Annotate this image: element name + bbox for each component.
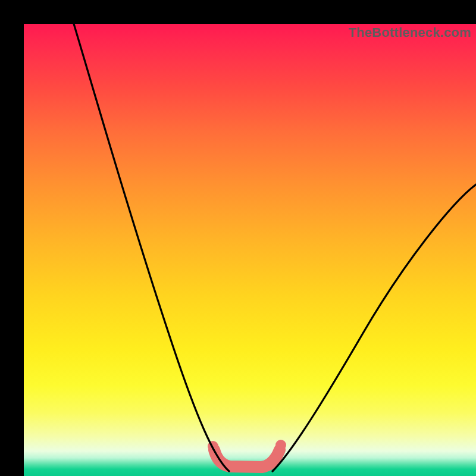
chart-frame: TheBottleneck.com (0, 0, 476, 476)
chart-plot-area: TheBottleneck.com (24, 24, 476, 476)
left-curve-line (74, 24, 229, 471)
ornament-bead-icon (275, 440, 286, 450)
right-curve-line (273, 184, 476, 471)
chart-curves-svg (24, 24, 476, 476)
ornament-bead-icon (268, 454, 279, 465)
